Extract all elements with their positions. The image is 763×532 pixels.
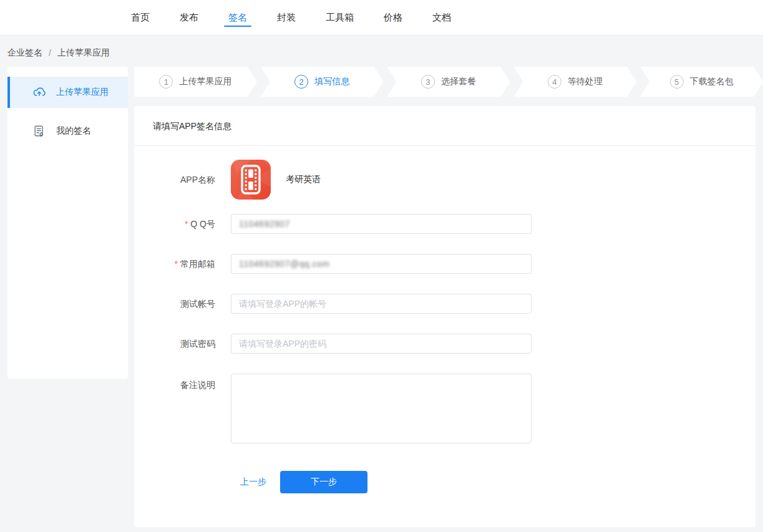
form-row-test-account: 测试帐号 (134, 294, 756, 314)
required-asterisk: * (175, 259, 178, 269)
sidebar: 上传苹果应用 我的签名 (7, 67, 128, 379)
form-row-qq: *Q Q号 1104692907 (134, 214, 756, 234)
nav-item-toolbox[interactable]: 工具箱 (326, 0, 354, 35)
breadcrumb: 企业签名 / 上传苹果应用 (7, 47, 110, 59)
signature-doc-icon (32, 124, 46, 138)
nav-item-package[interactable]: 封装 (277, 0, 296, 35)
nav-item-price[interactable]: 价格 (384, 0, 402, 35)
remark-label: 备注说明 (134, 374, 215, 391)
test-account-label: 测试帐号 (134, 294, 215, 314)
qq-input[interactable]: 1104692907 (231, 214, 532, 234)
step-number: 3 (421, 75, 435, 89)
step-label: 上传苹果应用 (179, 76, 231, 87)
cloud-upload-icon (32, 85, 46, 99)
form-row-remark: 备注说明 (134, 374, 756, 446)
form-row-test-password: 测试密码 (134, 334, 756, 354)
email-input[interactable]: 1104692907@qq.com (231, 254, 532, 274)
step-label: 等待处理 (568, 76, 603, 87)
test-password-label: 测试密码 (134, 334, 215, 354)
app-name-value: 考研英语 (286, 174, 321, 185)
step-number: 4 (548, 75, 561, 89)
step-label: 选择套餐 (441, 76, 476, 87)
email-label: *常用邮箱 (134, 254, 215, 274)
nav-item-docs[interactable]: 文档 (432, 0, 451, 35)
step-wizard: 1 上传苹果应用 2 填写信息 3 选择套餐 4 等待处理 5 下载签名包 (134, 67, 763, 97)
film-app-icon (231, 160, 271, 200)
nav-item-home[interactable]: 首页 (131, 0, 150, 35)
step-label: 填写信息 (314, 76, 349, 87)
step-label: 下载签名包 (690, 76, 734, 87)
step-2-fill-info: 2 填写信息 (261, 67, 384, 97)
form-actions: 上一步 下一步 (240, 471, 756, 493)
remark-textarea[interactable] (231, 374, 532, 443)
sidebar-item-upload-ios-app[interactable]: 上传苹果应用 (7, 77, 128, 108)
prev-step-button[interactable]: 上一步 (240, 476, 266, 488)
nav-item-sign[interactable]: 签名 (228, 0, 247, 35)
breadcrumb-current: 上传苹果应用 (57, 47, 110, 59)
breadcrumb-parent[interactable]: 企业签名 (7, 47, 42, 59)
sign-info-form: APP名称 (134, 146, 756, 493)
qq-label: *Q Q号 (134, 214, 215, 234)
step-number: 2 (294, 75, 308, 89)
step-number: 5 (670, 75, 684, 89)
form-row-app-name: APP名称 (134, 160, 756, 200)
app-name-label: APP名称 (134, 160, 215, 200)
required-asterisk: * (185, 219, 188, 229)
form-row-email: *常用邮箱 1104692907@qq.com (134, 254, 756, 274)
nav-item-publish[interactable]: 发布 (180, 0, 198, 35)
sidebar-item-label: 我的签名 (56, 125, 91, 137)
top-navbar: 首页 发布 签名 封装 工具箱 价格 文档 (0, 0, 763, 36)
next-step-button[interactable]: 下一步 (280, 471, 367, 493)
breadcrumb-separator: / (49, 48, 51, 58)
step-1-upload-app: 1 上传苹果应用 (134, 67, 257, 97)
step-5-download: 5 下载签名包 (640, 67, 763, 97)
test-account-input[interactable] (231, 294, 532, 314)
sidebar-item-label: 上传苹果应用 (56, 87, 109, 98)
qq-masked-value: 1104692907 (239, 219, 290, 229)
sidebar-item-my-signatures[interactable]: 我的签名 (7, 115, 128, 147)
main-panel: 请填写APP签名信息 APP名称 (134, 106, 756, 527)
email-masked-value: 1104692907@qq.com (239, 259, 329, 269)
main-nav: 首页 发布 签名 封装 工具箱 价格 文档 (131, 0, 451, 35)
step-3-choose-plan: 3 选择套餐 (387, 67, 510, 97)
step-4-waiting: 4 等待处理 (513, 67, 636, 97)
step-number: 1 (159, 75, 173, 89)
panel-title: 请填写APP签名信息 (134, 106, 756, 146)
test-password-input[interactable] (231, 334, 532, 354)
